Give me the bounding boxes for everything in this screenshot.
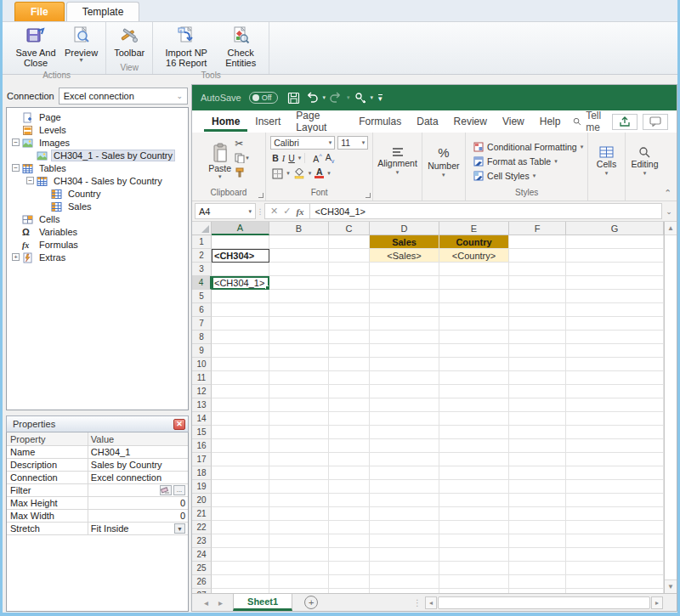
cell-D26[interactable]	[370, 575, 439, 589]
cell-F5[interactable]	[509, 290, 566, 303]
font-color-dropdown-arrow[interactable]: ▾	[327, 170, 331, 177]
cell-E14[interactable]	[439, 412, 509, 426]
cell-C3[interactable]	[329, 263, 370, 276]
cell-A23[interactable]	[212, 534, 269, 548]
cell-C13[interactable]	[329, 398, 370, 412]
cell-F10[interactable]	[509, 358, 566, 371]
format-painter-button[interactable]	[235, 167, 249, 178]
cell-D20[interactable]	[370, 494, 439, 507]
cell-styles-button[interactable]: Cell Styles▾	[473, 170, 583, 183]
cell-D9[interactable]	[370, 344, 439, 358]
property-value[interactable]: Fit Inside▼	[88, 523, 188, 534]
scroll-left-icon[interactable]: ◂	[425, 596, 437, 609]
row-header-24[interactable]: 24	[192, 548, 212, 562]
cell-F17[interactable]	[509, 453, 566, 466]
cell-B27[interactable]	[269, 589, 329, 593]
cell-A13[interactable]	[212, 398, 269, 412]
cell-E17[interactable]	[439, 453, 509, 466]
cell-F21[interactable]	[509, 507, 566, 521]
tree-item-sales[interactable]: Sales	[7, 200, 188, 212]
horizontal-scrollbar[interactable]: ◂ ▸	[425, 594, 663, 611]
cell-G13[interactable]	[566, 398, 664, 412]
cell-A5[interactable]	[212, 290, 269, 303]
insert-function-icon[interactable]: fx	[296, 206, 303, 217]
cell-D16[interactable]	[370, 439, 439, 453]
scroll-down-icon[interactable]: ▼	[665, 579, 677, 593]
cell-B12[interactable]	[269, 385, 329, 398]
cell-G22[interactable]	[566, 521, 664, 534]
next-sheet-icon[interactable]: ▸	[218, 598, 223, 608]
select-all-corner[interactable]	[192, 222, 212, 235]
ink-mode-icon[interactable]	[352, 91, 368, 105]
editing-button[interactable]: Editing ▾	[631, 135, 658, 188]
cell-F7[interactable]	[509, 317, 566, 331]
row-header-25[interactable]: 25	[192, 562, 212, 575]
cell-C21[interactable]	[329, 507, 370, 521]
cell-E3[interactable]	[439, 263, 509, 276]
cell-E16[interactable]	[439, 439, 509, 453]
cell-G1[interactable]	[566, 235, 664, 249]
cell-B13[interactable]	[269, 398, 329, 412]
cell-E9[interactable]	[439, 344, 509, 358]
cell-D19[interactable]	[370, 480, 439, 494]
row-header-8[interactable]: 8	[192, 331, 212, 344]
cell-E7[interactable]	[439, 317, 509, 331]
cell-G15[interactable]	[566, 426, 664, 439]
cut-button[interactable]: ✂	[235, 138, 249, 150]
paste-button[interactable]: Paste ▾	[207, 135, 233, 188]
excel-tab-home[interactable]: Home	[204, 111, 247, 132]
italic-button[interactable]: I	[282, 154, 286, 163]
tree-item-levels[interactable]: Levels	[7, 123, 188, 136]
cell-B1[interactable]	[269, 235, 329, 249]
cell-G5[interactable]	[566, 290, 664, 303]
expand-formula-bar-icon[interactable]: ⌄	[662, 207, 676, 216]
row-header-16[interactable]: 16	[192, 439, 212, 453]
cell-C11[interactable]	[329, 371, 370, 385]
cell-E6[interactable]	[439, 303, 509, 317]
paste-dropdown-arrow[interactable]: ▾	[218, 173, 222, 180]
cell-C18[interactable]	[329, 466, 370, 480]
property-value[interactable]: 0	[88, 510, 188, 522]
cell-E5[interactable]	[439, 290, 509, 303]
cell-G19[interactable]	[566, 480, 664, 494]
cell-F6[interactable]	[509, 303, 566, 317]
eraser-icon[interactable]	[160, 485, 172, 495]
cell-C4[interactable]	[329, 276, 370, 290]
vertical-scroll-track[interactable]	[665, 235, 677, 579]
cell-C6[interactable]	[329, 303, 370, 317]
undo-dropdown-arrow[interactable]: ▾	[323, 94, 326, 101]
cell-C14[interactable]	[329, 412, 370, 426]
cell-G27[interactable]	[566, 589, 664, 593]
cell-D8[interactable]	[370, 331, 439, 344]
cell-D17[interactable]	[370, 453, 439, 466]
cell-C17[interactable]	[329, 453, 370, 466]
cell-F24[interactable]	[509, 548, 566, 562]
conditional-formatting-button[interactable]: Conditional Formatting▾	[473, 141, 583, 154]
customize-qat-icon[interactable]: ▾	[378, 94, 382, 102]
cell-F4[interactable]	[509, 276, 566, 290]
scroll-up-icon[interactable]: ▲	[665, 222, 677, 235]
row-header-13[interactable]: 13	[192, 398, 212, 412]
close-icon[interactable]: ✕	[173, 419, 185, 430]
tree-item-ch304-1-sales-by-country[interactable]: CH304_1 - Sales by Country	[7, 149, 188, 161]
cell-E2[interactable]: <Country>	[439, 249, 509, 263]
cell-B4[interactable]	[269, 276, 329, 290]
property-value[interactable]: Excel connection	[88, 472, 188, 483]
cell-A6[interactable]	[212, 303, 269, 317]
cell-F20[interactable]	[509, 494, 566, 507]
ink-dropdown-arrow[interactable]: ▾	[371, 94, 374, 101]
comments-button[interactable]	[643, 114, 668, 130]
property-value[interactable]: CH304_1	[88, 446, 188, 458]
font-size-select[interactable]: 11▾	[337, 136, 368, 150]
sheet-tab-sheet1[interactable]: Sheet1	[233, 594, 292, 611]
cell-A25[interactable]	[212, 562, 269, 575]
font-color-button[interactable]: A	[314, 168, 324, 178]
cell-E18[interactable]	[439, 466, 509, 480]
formula-input[interactable]: <CH304_1>	[309, 203, 662, 219]
cell-A1[interactable]	[212, 235, 269, 249]
number-button[interactable]: % Number ▾	[428, 135, 459, 188]
cell-E8[interactable]	[439, 331, 509, 344]
cell-G6[interactable]	[566, 303, 664, 317]
cell-C15[interactable]	[329, 426, 370, 439]
cell-D27[interactable]	[370, 589, 439, 593]
